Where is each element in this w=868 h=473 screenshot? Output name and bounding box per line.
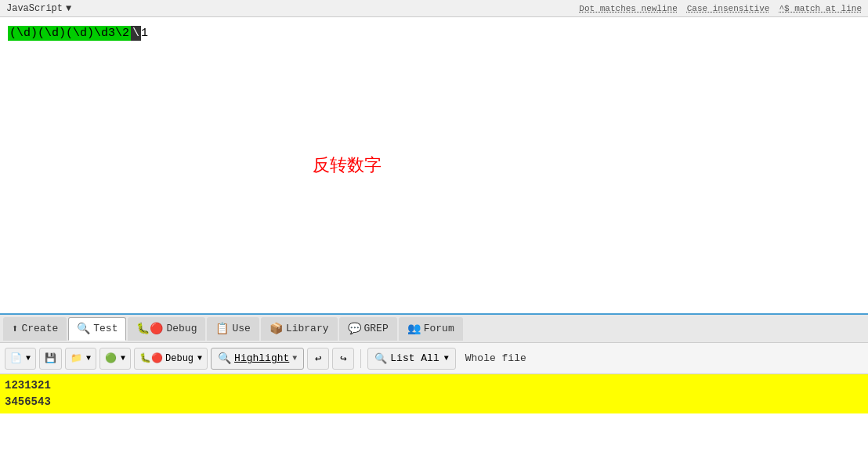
tab-library-label: Library [286,323,329,334]
regex-text: (\d)(\d)(\d)\d3\2\1 [8,27,148,40]
navigate-back-button[interactable]: ↩ [307,348,329,370]
debug-icon: 🐛🔴 [136,322,163,335]
tab-create[interactable]: ⬆ Create [3,317,67,341]
highlight-button[interactable]: 🔍 Highlight ▼ [211,348,304,370]
toolbar-separator [360,349,361,368]
tab-forum[interactable]: 👥 Forum [399,317,463,341]
save-icon: 💾 [45,352,56,364]
run-icon: 🟢 [105,352,117,364]
regex-flags: Dot matches newline Case insensitive ^$ … [579,4,862,13]
output-line-1: 1231321 [5,377,863,394]
regex-tail: 1 [141,27,148,40]
tab-create-label: Create [21,323,58,334]
tab-grep[interactable]: 💬 GREP [339,317,397,341]
case-insensitive-flag[interactable]: Case insensitive [687,4,770,13]
forum-icon: 👥 [407,322,421,335]
debug-button[interactable]: 🐛🔴 Debug ▼ [134,348,208,370]
top-bar: JavaScript ▼ Dot matches newline Case in… [0,0,868,17]
editor-area[interactable]: (\d)(\d)(\d)\d3\2\1 反转数字 [0,17,868,315]
tab-test[interactable]: 🔍 Test [68,317,126,341]
center-text: 反转数字 [313,153,382,177]
save-button[interactable]: 💾 [39,348,62,370]
output-area: 1231321 3456543 [0,374,868,413]
list-all-label: List All [390,352,439,364]
new-file-button[interactable]: 📄 ▼ [5,348,36,370]
navigate-forward-button[interactable]: ↪ [332,348,354,370]
anchor-flag[interactable]: ^$ match at line [779,4,862,13]
debug-dropdown-arrow: ▼ [197,354,202,363]
debug-bug-icon: 🐛🔴 [139,352,163,364]
debug-label: Debug [165,353,193,364]
tab-debug[interactable]: 🐛🔴 Debug [128,317,205,341]
tab-library[interactable]: 📦 Library [261,317,338,341]
open-file-icon: 📁 [71,352,82,364]
tab-test-label: Test [93,323,118,334]
language-label: JavaScript [6,3,63,14]
tab-use-label: Use [232,323,250,334]
toolbar: 📄 ▼ 💾 📁 ▼ 🟢 ▼ 🐛🔴 Debug ▼ 🔍 Highlight ▼ ↩… [0,343,868,374]
forward-arrow-icon: ↪ [340,352,346,365]
tab-grep-label: GREP [364,323,389,334]
list-all-dropdown-arrow: ▼ [444,354,449,363]
use-icon: 📋 [215,322,229,335]
run-button[interactable]: 🟢 ▼ [99,348,131,370]
dot-matches-flag[interactable]: Dot matches newline [579,4,677,13]
list-all-button[interactable]: 🔍 List All ▼ [367,348,455,370]
list-all-search-icon: 🔍 [374,352,387,365]
regex-line: (\d)(\d)(\d)\d3\2\1 [3,23,865,43]
highlight-search-icon: 🔍 [218,352,231,365]
grep-icon: 💬 [348,322,361,335]
dropdown-arrow: ▼ [66,3,71,14]
tab-bar: ⬆ Create 🔍 Test 🐛🔴 Debug 📋 Use 📦 Library… [0,315,868,343]
highlight-label: Highlight [234,352,289,364]
run-dropdown-arrow: ▼ [121,354,125,363]
open-file-button[interactable]: 📁 ▼ [65,348,96,370]
new-file-icon: 📄 [10,352,22,364]
regex-highlighted-part: (\d)(\d)(\d)\d3\2 [8,26,131,41]
language-selector[interactable]: JavaScript ▼ [6,3,71,14]
tab-forum-label: Forum [424,323,454,334]
new-file-dropdown-arrow: ▼ [26,354,31,363]
back-arrow-icon: ↩ [315,352,321,365]
create-icon: ⬆ [12,322,18,335]
output-line-2: 3456543 [5,394,863,410]
whole-file-button[interactable]: Whole file [459,348,533,370]
highlight-dropdown-arrow: ▼ [292,354,297,363]
tab-use[interactable]: 📋 Use [207,317,259,341]
regex-cursor: \ [131,26,141,41]
library-icon: 📦 [269,322,283,335]
whole-file-label: Whole file [465,352,526,364]
test-icon: 🔍 [77,322,90,335]
open-file-dropdown-arrow: ▼ [86,354,91,363]
tab-debug-label: Debug [166,323,197,334]
